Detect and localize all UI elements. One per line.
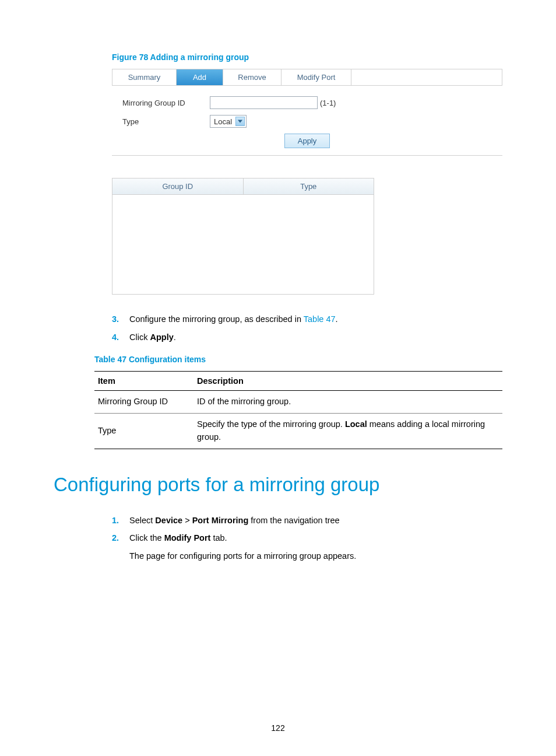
step-1: 1. Select Device > Port Mirroring from t… (112, 513, 502, 528)
datagrid: Group ID Type (112, 178, 374, 295)
step-number: 3. (112, 312, 129, 327)
table-caption: Table 47 Configuration items (94, 355, 502, 364)
step-text: Configure the mirroring group, as descri… (129, 312, 502, 327)
datagrid-header: Group ID Type (112, 178, 374, 195)
table-row: Mirroring Group ID ID of the mirroring g… (94, 391, 502, 414)
tab-remove[interactable]: Remove (223, 69, 281, 85)
step-text: Click Apply. (129, 330, 502, 345)
step-text: Select Device > Port Mirroring from the … (129, 513, 502, 528)
page-number: 122 (0, 723, 556, 733)
form-area: Mirroring Group ID (1-1) Type Local Appl… (112, 86, 502, 156)
tab-add[interactable]: Add (177, 69, 223, 85)
input-group-id[interactable] (210, 96, 318, 109)
th-description: Description (193, 372, 502, 391)
th-item: Item (94, 372, 193, 391)
col-group-id: Group ID (112, 178, 244, 194)
section-heading: Configuring ports for a mirroring group (54, 474, 502, 496)
step-text: Click the Modify Port tab. The page for … (129, 531, 502, 563)
step-subtext: The page for configuring ports for a mir… (129, 549, 502, 564)
step-4: 4. Click Apply. (112, 330, 502, 345)
step-3: 3. Configure the mirroring group, as des… (112, 312, 502, 327)
apply-button[interactable]: Apply (284, 134, 330, 148)
cell-item: Mirroring Group ID (94, 391, 193, 414)
link-table-47[interactable]: Table 47 (304, 314, 336, 324)
tab-modify-port[interactable]: Modify Port (281, 69, 351, 85)
tab-bar: Summary Add Remove Modify Port (112, 69, 502, 86)
datagrid-area: Group ID Type (112, 178, 374, 295)
screenshot-panel: Summary Add Remove Modify Port Mirroring… (112, 69, 502, 156)
col-type: Type (244, 178, 374, 194)
cell-desc: Specify the type of the mirroring group.… (193, 414, 502, 449)
step-2: 2. Click the Modify Port tab. The page f… (112, 531, 502, 563)
chevron-down-icon (235, 117, 245, 126)
tab-summary[interactable]: Summary (112, 69, 177, 85)
group-id-range: (1-1) (320, 99, 336, 107)
cell-desc: ID of the mirroring group. (193, 391, 502, 414)
row-group-id: Mirroring Group ID (1-1) (122, 96, 492, 109)
row-type: Type Local (122, 115, 492, 128)
step-number: 4. (112, 330, 129, 345)
step-list-a: 3. Configure the mirroring group, as des… (112, 312, 502, 344)
datagrid-body (112, 195, 374, 294)
select-type-value: Local (214, 117, 232, 126)
step-list-b: 1. Select Device > Port Mirroring from t… (112, 513, 502, 564)
label-type: Type (122, 117, 210, 126)
table-row: Type Specify the type of the mirroring g… (94, 414, 502, 449)
figure-caption: Figure 78 Adding a mirroring group (112, 52, 502, 62)
cell-item: Type (94, 414, 193, 449)
step-number: 2. (112, 531, 129, 563)
step-number: 1. (112, 513, 129, 528)
label-group-id: Mirroring Group ID (122, 99, 210, 107)
tab-spacer (351, 69, 502, 85)
select-type[interactable]: Local (210, 115, 247, 128)
config-table: Item Description Mirroring Group ID ID o… (94, 371, 502, 449)
